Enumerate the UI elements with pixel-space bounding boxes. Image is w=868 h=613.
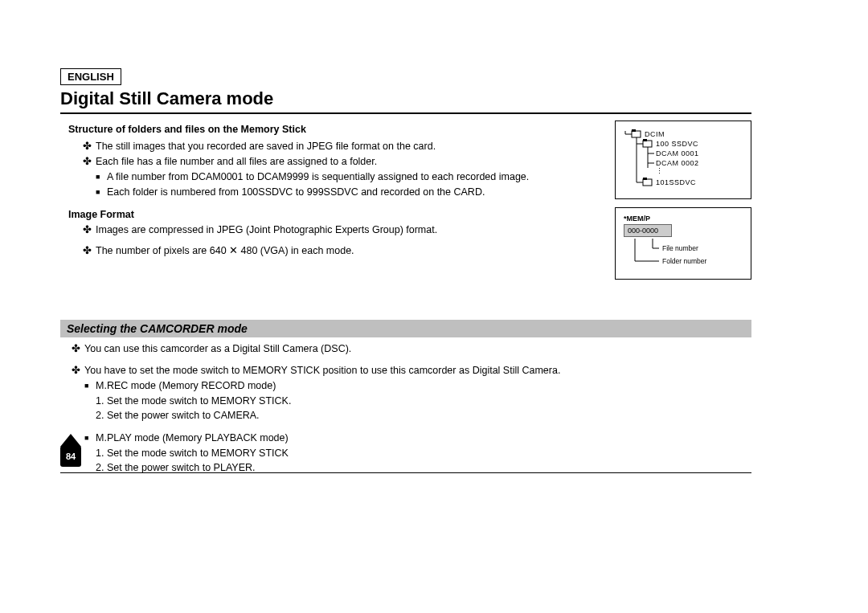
main-content: Structure of folders and files on the Me… bbox=[60, 121, 615, 280]
memp-label: *MEM/P bbox=[624, 215, 746, 223]
square-bullet-icon: ■ bbox=[96, 170, 107, 184]
bullet-item: ✤ Images are compressed in JPEG (Joint P… bbox=[83, 223, 603, 237]
bullet-item: ✤ You can use this camcorder as a Digita… bbox=[72, 342, 751, 356]
bullet-text: You can use this camcorder as a Digital … bbox=[84, 342, 351, 356]
bullet-icon: ✤ bbox=[83, 140, 96, 153]
step-text: 1. Set the mode switch to MEMORY STICK. bbox=[96, 394, 751, 408]
svg-text:100 SSDVC: 100 SSDVC bbox=[656, 140, 698, 148]
page-title: Digital Still Camera mode bbox=[60, 88, 751, 114]
bullet-item: ✤ Each file has a file number and all fi… bbox=[83, 155, 603, 169]
bullet-text: You have to set the mode switch to MEMOR… bbox=[84, 364, 560, 378]
svg-text:DCAM 0001: DCAM 0001 bbox=[656, 149, 699, 157]
lower-content: ✤ You can use this camcorder as a Digita… bbox=[60, 342, 751, 475]
svg-rect-2 bbox=[632, 131, 641, 137]
bullet-item: ✤ You have to set the mode switch to MEM… bbox=[72, 364, 751, 378]
triangle-decoration bbox=[60, 434, 81, 447]
section-heading-imageformat: Image Format bbox=[68, 209, 603, 220]
bullet-text: Each file has a file number and all file… bbox=[96, 155, 377, 169]
svg-text:File number: File number bbox=[662, 244, 698, 252]
language-label: ENGLISH bbox=[60, 68, 121, 85]
section-heading-structure: Structure of folders and files on the Me… bbox=[68, 124, 603, 135]
bullet-icon: ✤ bbox=[83, 244, 96, 258]
bullet-icon: ✤ bbox=[72, 342, 84, 356]
bullet-text: Images are compressed in JPEG (Joint Pho… bbox=[96, 223, 437, 237]
bullet-icon: ✤ bbox=[83, 155, 96, 169]
square-bullet-icon: ■ bbox=[84, 431, 96, 445]
bullet-item: ✤ The number of pixels are 640 ✕ 480 (VG… bbox=[83, 244, 603, 258]
svg-rect-18 bbox=[643, 178, 647, 180]
sub-bullet-item: ■ M.REC mode (Memory RECORD mode) bbox=[84, 379, 751, 393]
section-banner: Selecting the CAMCORDER mode bbox=[60, 320, 751, 337]
svg-text:⋮: ⋮ bbox=[656, 167, 664, 175]
annotation-svg: File number Folder number bbox=[620, 239, 741, 271]
bullet-text: M.REC mode (Memory RECORD mode) bbox=[96, 379, 276, 393]
sub-bullet-item: ■ A file number from DCAM0001 to DCAM999… bbox=[96, 170, 603, 184]
bullet-text: A file number from DCAM0001 to DCAM9999 … bbox=[107, 170, 529, 184]
svg-text:DCAM 0002: DCAM 0002 bbox=[656, 159, 699, 167]
svg-rect-7 bbox=[643, 141, 652, 147]
bullet-item: ✤ The still images that you recorded are… bbox=[83, 140, 603, 153]
number-box: 000-0000 bbox=[624, 224, 672, 237]
file-number-diagram: *MEM/P 000-0000 File number Folder numbe… bbox=[615, 207, 751, 280]
bullet-text: Each folder is numbered from 100SSDVC to… bbox=[107, 186, 485, 199]
bullet-icon: ✤ bbox=[72, 364, 84, 378]
tree-svg: DCIM 100 SSDVC DCAM 0001 DCAM 0002 ⋮ bbox=[620, 128, 741, 192]
bullet-icon: ✤ bbox=[83, 223, 96, 237]
svg-text:Folder number: Folder number bbox=[662, 257, 706, 265]
square-bullet-icon: ■ bbox=[96, 186, 107, 199]
svg-text:DCIM: DCIM bbox=[645, 130, 665, 138]
svg-text:101SSDVC: 101SSDVC bbox=[656, 178, 696, 186]
bullet-text: The number of pixels are 640 ✕ 480 (VGA)… bbox=[96, 244, 354, 258]
page-number: 84 bbox=[60, 446, 81, 467]
bottom-rule bbox=[60, 472, 751, 473]
folder-tree-diagram: DCIM 100 SSDVC DCAM 0001 DCAM 0002 ⋮ bbox=[615, 121, 751, 199]
bullet-text: M.PLAY mode (Memory PLAYBACK mode) bbox=[96, 431, 289, 445]
svg-rect-3 bbox=[632, 129, 636, 132]
square-bullet-icon: ■ bbox=[84, 379, 96, 393]
sub-bullet-item: ■ Each folder is numbered from 100SSDVC … bbox=[96, 186, 603, 199]
svg-rect-17 bbox=[643, 179, 652, 186]
svg-rect-8 bbox=[643, 139, 647, 141]
step-text: 2. Set the power switch to CAMERA. bbox=[96, 409, 751, 423]
diagram-column: DCIM 100 SSDVC DCAM 0001 DCAM 0002 ⋮ bbox=[615, 121, 751, 280]
step-text: 1. Set the mode switch to MEMORY STICK bbox=[96, 447, 751, 460]
sub-bullet-item: ■ M.PLAY mode (Memory PLAYBACK mode) bbox=[84, 431, 751, 445]
bullet-text: The still images that you recorded are s… bbox=[96, 140, 436, 153]
